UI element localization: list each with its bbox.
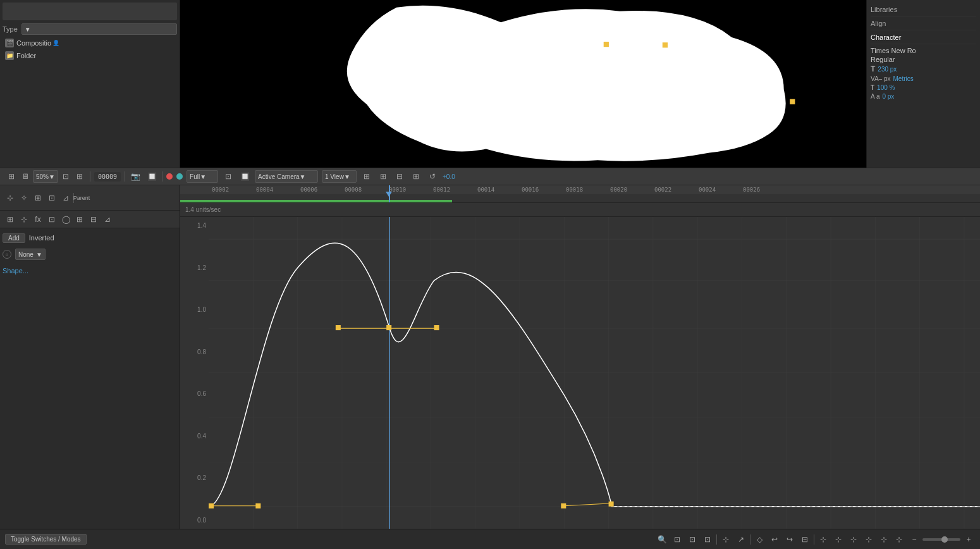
keyframe-left-handle[interactable]	[336, 325, 341, 330]
tl-none-row: ○ None ▼	[3, 247, 177, 261]
composition-item[interactable]: 🎬 Compositio 👤	[3, 37, 177, 49]
y-1.2: 1.2	[183, 264, 206, 271]
tick-0: 00002	[212, 187, 229, 193]
layout-btn4[interactable]: ⊞	[410, 170, 422, 183]
grid-btn[interactable]: ⊞	[5, 170, 18, 183]
keyframe-btn3[interactable]: ↪	[783, 533, 796, 546]
y-axis: 1.4 1.2 1.0 0.8 0.6 0.4 0.2 0.0	[180, 217, 209, 529]
tl-t7[interactable]: ⊟	[87, 213, 100, 226]
expand-btn[interactable]: ⊞	[73, 170, 86, 183]
fit-btn[interactable]: ⊡	[59, 170, 72, 183]
zoom-arrow: ▼	[49, 173, 55, 180]
alpha-btn[interactable]: 🔲	[238, 170, 251, 183]
resolution-value: Full	[190, 173, 200, 180]
layout-btn5[interactable]: ↺	[426, 170, 439, 183]
tl-t8[interactable]: ⊿	[101, 213, 114, 226]
baseline-value: 0 px	[882, 93, 894, 100]
snapshot2-btn[interactable]: 🔲	[145, 170, 158, 183]
bot-sep2	[750, 534, 750, 545]
cp2[interactable]	[663, 42, 668, 47]
zoom-slider[interactable]	[922, 538, 960, 541]
cp1[interactable]	[604, 42, 609, 47]
none-circle[interactable]: ○	[3, 250, 11, 259]
ease-btn3[interactable]: ⊹	[847, 533, 860, 546]
views-select[interactable]: 1 View ▼	[322, 170, 357, 183]
tl-tool1[interactable]: ⊹	[4, 192, 16, 204]
inverted-label: Inverted	[29, 234, 54, 242]
tl-tool5[interactable]: ⊿	[59, 192, 72, 204]
layout-btn3[interactable]: ⊟	[393, 170, 406, 183]
sep2	[125, 171, 125, 182]
font-name: Times New Ro	[871, 47, 976, 54]
libraries-item[interactable]: Libraries	[871, 3, 976, 16]
y-0.4: 0.4	[183, 433, 206, 440]
timeline-left: ⊹ ✧ ⊞ ⊡ ⊿ Parent ⊞ ⊹ fx ⊡ ◯ ⊞ ⊟ ⊿	[0, 185, 180, 529]
align-item[interactable]: Align	[871, 16, 976, 30]
ruler-track: 00002 00004 00006 00008 00010 00012 0001…	[180, 185, 980, 194]
keyframe-right-handle[interactable]	[434, 325, 439, 330]
tl-t3[interactable]: fx	[32, 213, 44, 226]
layout-btn1[interactable]: ⊞	[360, 170, 373, 183]
ease-btn5[interactable]: ⊹	[878, 533, 890, 546]
zoom-plus[interactable]: +	[962, 533, 975, 546]
type-dropdown[interactable]: ▼	[21, 23, 177, 35]
graph-tool2[interactable]: ↗	[735, 533, 747, 546]
kerning-label: – px	[879, 75, 891, 82]
toggle-modes-btn[interactable]: Toggle Switches / Modes	[5, 534, 87, 545]
tl-t5[interactable]: ◯	[59, 213, 72, 226]
folder-item[interactable]: 📁 Folder	[3, 49, 177, 62]
ease-btn2[interactable]: ⊹	[832, 533, 845, 546]
tick-9: 00020	[610, 187, 627, 193]
left-panel-top-bar	[3, 3, 177, 20]
graph-zoom-btn[interactable]: 🔍	[656, 533, 668, 546]
tl-t6[interactable]: ⊞	[73, 213, 86, 226]
snapshot-btn[interactable]: 📷	[129, 170, 142, 183]
screen-btn[interactable]: 🖥	[19, 170, 32, 183]
keyframe-btn2[interactable]: ↩	[768, 533, 781, 546]
leading-row: T 100 %	[871, 84, 976, 91]
keyframe-btn4[interactable]: ⊟	[799, 533, 811, 546]
keyframe-btn1[interactable]: ◇	[753, 533, 766, 546]
offset-value: +0.0	[443, 173, 455, 180]
kf-end[interactable]	[609, 502, 614, 507]
tick-7: 00016	[522, 187, 539, 193]
zoom-value: 50%	[36, 173, 49, 180]
kf-end-left[interactable]	[561, 503, 566, 509]
none-dropdown[interactable]: None ▼	[15, 249, 46, 260]
shape-label[interactable]: Shape...	[3, 267, 28, 274]
tl-tool4[interactable]: ⊡	[46, 192, 58, 204]
tl-t4[interactable]: ⊡	[46, 213, 58, 226]
tl-t2[interactable]: ⊹	[18, 213, 30, 226]
ease-btn1[interactable]: ⊹	[817, 533, 830, 546]
zoom-minus[interactable]: −	[908, 533, 921, 546]
sep1	[90, 171, 90, 182]
layout-btn2[interactable]: ⊞	[377, 170, 389, 183]
toggle-btn[interactable]: ⊡	[222, 170, 235, 183]
ease-btn4[interactable]: ⊹	[862, 533, 875, 546]
tl-parent-btn[interactable]: Parent	[75, 192, 88, 204]
keyframe-center[interactable]	[386, 325, 391, 330]
graph-fit2-btn[interactable]: ⊡	[686, 533, 699, 546]
tick-10: 00022	[654, 187, 671, 193]
graph-fit-btn[interactable]: ⊡	[671, 533, 683, 546]
graph-fit3-btn[interactable]: ⊡	[701, 533, 714, 546]
camera-select[interactable]: Active Camera ▼	[255, 170, 318, 183]
tl-tool3[interactable]: ⊞	[32, 192, 44, 204]
zoom-thumb[interactable]	[941, 536, 948, 543]
tl-t1[interactable]: ⊞	[4, 213, 16, 226]
y-0.0: 0.0	[183, 517, 206, 524]
shape-preview	[180, 0, 866, 168]
tl-tool2[interactable]: ✧	[18, 192, 30, 204]
cp3[interactable]	[790, 99, 795, 104]
resolution-select[interactable]: Full ▼	[187, 170, 218, 183]
character-item[interactable]: Character	[871, 30, 976, 44]
timecode-display: 00009	[94, 172, 121, 182]
kf-start-right[interactable]	[255, 503, 260, 509]
graph-tool1[interactable]: ⊹	[720, 533, 732, 546]
white-shape	[347, 6, 786, 161]
add-btn[interactable]: Add	[3, 233, 25, 243]
zoom-select[interactable]: 50% ▼	[33, 170, 58, 183]
ease-btn6[interactable]: ⊹	[893, 533, 905, 546]
left-panel: Type ▼ 🎬 Compositio 👤 📁 Folder	[0, 0, 180, 168]
viewer	[180, 0, 866, 168]
